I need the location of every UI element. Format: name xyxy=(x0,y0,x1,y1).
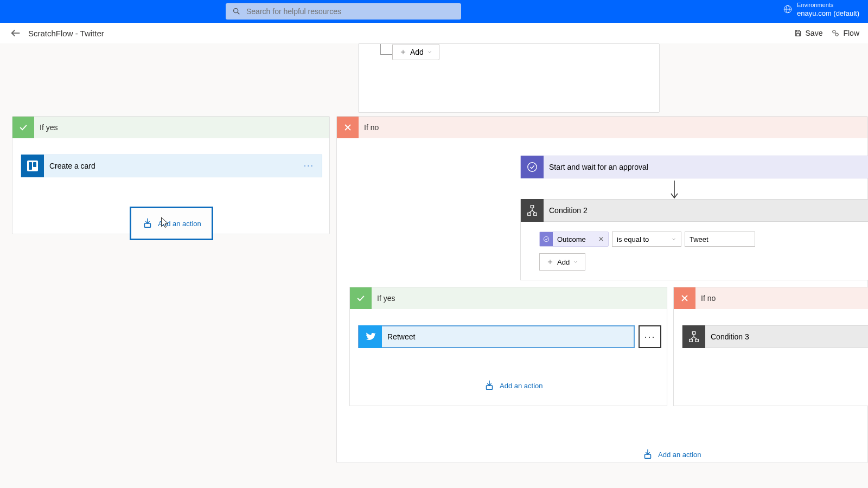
add-action-icon xyxy=(142,217,154,229)
approval-action[interactable]: Start and wait for an approval xyxy=(520,156,868,178)
add-row-label: Add xyxy=(410,48,424,56)
nested-if-no-title: If no xyxy=(701,294,716,303)
condition-row-container: Add xyxy=(358,43,660,113)
outcome-token-label: Outcome xyxy=(553,235,598,243)
condition-2-label: Condition 2 xyxy=(549,206,588,215)
check-icon xyxy=(18,122,29,133)
svg-point-17 xyxy=(528,163,537,172)
sub-bar: ScratchFlow - Twitter Save Flow xyxy=(0,23,868,43)
condition-icon xyxy=(688,331,700,343)
check-icon xyxy=(355,293,366,304)
condition-2-header[interactable]: Condition 2 xyxy=(520,199,868,222)
nested-if-yes-title: If yes xyxy=(377,294,395,303)
svg-rect-14 xyxy=(145,223,151,227)
action-menu-button[interactable]: ··· xyxy=(304,161,314,171)
flow-checker-label: Flow xyxy=(843,29,859,37)
nested-add-action-label: Add an action xyxy=(500,382,543,390)
nested-add-action-button[interactable]: Add an action xyxy=(483,380,543,391)
twitter-icon xyxy=(365,331,376,343)
row-connector-line xyxy=(380,44,392,55)
remove-token-button[interactable]: ✕ xyxy=(598,235,608,243)
if-yes-header[interactable]: If yes xyxy=(12,117,329,138)
nested-if-yes-header[interactable]: If yes xyxy=(350,287,667,309)
svg-rect-6 xyxy=(796,30,799,32)
save-icon xyxy=(794,29,802,37)
svg-rect-34 xyxy=(695,339,699,342)
svg-point-0 xyxy=(234,9,238,13)
nested-if-yes-branch: If yes Retweet ··· Add an action xyxy=(349,287,667,406)
condition-icon xyxy=(526,204,538,216)
operator-select[interactable]: is equal to xyxy=(612,232,681,247)
svg-rect-33 xyxy=(690,339,693,342)
if-no-header[interactable]: If no xyxy=(337,117,867,138)
action-menu-button-boxed[interactable]: ··· xyxy=(639,325,661,348)
back-arrow-icon[interactable] xyxy=(10,27,22,39)
check-icon-box xyxy=(350,287,372,309)
svg-point-9 xyxy=(835,33,838,36)
search-box[interactable] xyxy=(226,3,461,20)
add-row-button[interactable]: Add xyxy=(392,44,439,60)
retweet-action[interactable]: Retweet xyxy=(358,325,635,348)
chevron-down-icon xyxy=(573,259,578,265)
flow-checker-button[interactable]: Flow xyxy=(831,29,859,37)
svg-rect-21 xyxy=(534,213,537,216)
chevron-down-icon xyxy=(671,236,676,242)
designer-canvas[interactable]: Add If yes Create a card ··· Add an acti… xyxy=(0,43,868,488)
add-action-icon xyxy=(483,380,495,391)
svg-line-24 xyxy=(532,210,535,213)
plus-icon xyxy=(546,258,554,266)
top-bar: Environments enayu.com (default) xyxy=(0,0,868,23)
outer-add-action-label: Add an action xyxy=(658,451,701,459)
svg-rect-20 xyxy=(528,213,531,216)
environment-picker[interactable]: Environments enayu.com (default) xyxy=(783,1,859,17)
outcome-token[interactable]: Outcome ✕ xyxy=(539,232,609,247)
svg-rect-19 xyxy=(531,206,534,208)
condition-3-action[interactable]: Condition 3 xyxy=(682,325,868,348)
save-label: Save xyxy=(806,29,823,37)
trello-action-label: Create a card xyxy=(49,162,95,170)
svg-line-10 xyxy=(835,33,836,33)
check-icon-box xyxy=(12,117,34,138)
x-icon xyxy=(679,293,690,304)
trello-icon xyxy=(21,155,44,177)
svg-rect-29 xyxy=(487,386,493,389)
svg-line-23 xyxy=(529,210,533,213)
x-icon-box xyxy=(337,117,359,138)
condition-icon-box xyxy=(682,325,705,348)
if-yes-title: If yes xyxy=(40,123,58,132)
x-icon xyxy=(342,122,353,133)
flow-checker-icon xyxy=(831,29,840,37)
svg-rect-39 xyxy=(645,454,651,458)
outer-add-action-button[interactable]: Add an action xyxy=(642,448,701,460)
condition-icon-box xyxy=(521,199,544,222)
chevron-down-icon xyxy=(427,49,432,55)
condition-add-label: Add xyxy=(557,258,570,266)
svg-point-25 xyxy=(544,236,548,241)
nested-if-no-branch: If no Condition 3 xyxy=(673,287,868,406)
operator-label: is equal to xyxy=(617,235,649,243)
svg-line-1 xyxy=(238,12,239,14)
condition-2-body: Outcome ✕ is equal to Add xyxy=(520,222,868,280)
trello-create-card-action[interactable]: Create a card ··· xyxy=(21,155,322,177)
condition-add-button[interactable]: Add xyxy=(539,253,585,271)
if-yes-branch: If yes Create a card ··· Add an action xyxy=(12,116,330,234)
environment-label: Environments xyxy=(797,1,859,9)
search-icon xyxy=(232,7,241,16)
nested-if-no-header[interactable]: If no xyxy=(674,287,868,309)
svg-rect-32 xyxy=(692,332,695,335)
add-action-button-focused[interactable]: Add an action xyxy=(130,207,213,240)
x-icon-box xyxy=(674,287,695,309)
add-action-label: Add an action xyxy=(158,220,201,228)
save-button[interactable]: Save xyxy=(794,29,823,37)
twitter-icon-box xyxy=(359,325,382,348)
svg-line-36 xyxy=(691,337,694,339)
search-input[interactable] xyxy=(246,7,436,16)
svg-rect-7 xyxy=(796,34,799,36)
svg-point-8 xyxy=(833,30,835,33)
approval-label: Start and wait for an approval xyxy=(549,163,648,171)
if-no-branch: If no Start and wait for an approval Con… xyxy=(336,116,868,463)
add-action-icon xyxy=(642,448,654,460)
outcome-token-icon xyxy=(542,235,550,243)
condition-value-input[interactable] xyxy=(685,232,755,247)
environment-name: enayu.com (default) xyxy=(797,9,859,17)
